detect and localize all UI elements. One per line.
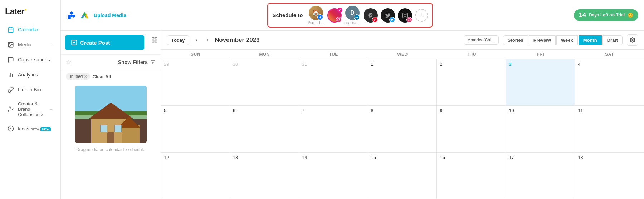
sidebar-item-creator-brand[interactable]: Creator & Brand Collabs BETA → [2,98,58,121]
trial-emoji: 😊 [628,13,633,18]
google-drive-icon[interactable] [79,10,89,20]
svg-point-15 [339,19,340,19]
creator-icon [7,106,14,113]
settings-button[interactable] [627,34,638,46]
dropbox-icon[interactable] [67,10,77,20]
calendar-cell[interactable]: 12 [161,153,230,199]
calendar-cell[interactable]: 29 [161,59,230,105]
calendar-cell[interactable]: 4 [575,59,644,105]
drag-hint: Drag media on calendar to schedule [75,146,147,154]
calendar-cell[interactable]: 6 [230,106,299,152]
svg-rect-26 [152,37,154,39]
calendar-cell[interactable]: 10 [506,106,575,152]
svg-rect-27 [155,37,157,39]
media-item: ✓ [75,86,147,143]
instagram-badge-2 [406,17,412,23]
next-month-button[interactable]: › [204,35,210,45]
calendar-cell[interactable]: 15 [368,153,437,199]
svg-point-14 [338,19,339,20]
account-deanna[interactable]: D deanna-... [345,6,361,25]
account-twitter[interactable] [381,8,395,23]
account-purrfect[interactable]: 🏠 Purrfect ... [308,6,324,25]
calendar-cell-today[interactable]: 3 [506,59,575,105]
content-area: Create Post ☆ Show Filters unused ✕ Cle [61,31,644,199]
calendar-cell[interactable]: 17 [506,153,575,199]
calendar-cell[interactable]: 31 [299,59,368,105]
sidebar-item-media[interactable]: Media → [2,38,58,52]
calendar-cell[interactable]: 30 [230,59,299,105]
clear-all-button[interactable]: Clear All [92,74,111,79]
month-title: November 2023 [215,36,260,44]
svg-rect-29 [155,40,157,42]
tag-badge: unused ✕ [66,73,90,80]
sidebar-item-label: Analytics [18,72,38,78]
day-mon: MON [230,50,299,59]
day-wed: WED [368,50,437,59]
tab-week[interactable]: Week [556,35,578,45]
tag-remove-button[interactable]: ✕ [84,74,87,79]
logo-text: Later [5,6,24,16]
show-filters-button[interactable]: Show Filters [118,59,156,65]
tab-draft[interactable]: Draft [602,35,623,45]
calendar-cell[interactable]: 14 [299,153,368,199]
account-instagram-selected[interactable] [327,8,342,23]
logo: Later ● [0,4,60,22]
link-icon [7,86,14,93]
account-dark-instagram[interactable] [398,8,412,23]
account-pinterest[interactable] [364,8,378,23]
tab-month[interactable]: Month [579,35,602,45]
timezone-button[interactable]: America/Chi... [464,35,498,45]
calendar-cell[interactable]: 16 [437,153,506,199]
view-tabs: Stories Preview Week Month Draft [503,35,623,45]
sidebar-item-analytics[interactable]: Analytics [2,68,58,82]
sidebar-item-calendar[interactable]: Calendar [2,23,58,37]
grid-view-button[interactable] [148,34,161,48]
sidebar-item-conversations[interactable]: Conversations [2,53,58,67]
calendar-cell[interactable]: 11 [575,106,644,152]
calendar-cell[interactable]: 13 [230,153,299,199]
instagram-badge [336,17,342,23]
calendar-grid: SUN MON TUE WED THU FRI SAT 29 30 31 1 [161,50,644,199]
calendar-cell[interactable]: 5 [161,106,230,152]
trial-badge[interactable]: 14 Days Left on Trial 😊 [574,9,638,21]
star-button[interactable]: ☆ [66,58,72,66]
calendar-cell[interactable]: 7 [299,106,368,152]
arrow-icon: → [49,107,53,112]
twitter-badge [389,17,395,23]
new-badge: NEW [40,127,51,131]
day-sun: SUN [161,50,230,59]
calendar-weeks: 29 30 31 1 2 3 4 5 6 7 8 9 [161,59,644,199]
sidebar-item-label: Ideas BETA NEW [18,126,51,131]
svg-point-17 [356,16,356,16]
selected-check [337,8,342,13]
schedule-to-section: Schedule to 🏠 Purrfect ... [267,3,433,28]
sidebar: Later ● Calendar Media → Conversations A… [0,0,61,199]
svg-point-19 [404,14,406,16]
svg-point-5 [9,43,10,44]
add-account-button[interactable]: + [415,9,428,22]
account-label-deanna: deanna-... [345,21,361,25]
calendar-cell[interactable]: 1 [368,59,437,105]
calendar-icon [7,26,14,33]
calendar-cell[interactable]: 8 [368,106,437,152]
ideas-icon [7,125,14,132]
calendar-cell[interactable]: 2 [437,59,506,105]
upload-section: Upload Media [67,10,126,20]
create-post-button[interactable]: Create Post [65,35,144,50]
sidebar-item-ideas[interactable]: Ideas BETA NEW [2,121,58,136]
create-post-label: Create Post [80,40,110,46]
upload-media-button[interactable]: Upload Media [94,13,126,18]
tab-stories[interactable]: Stories [503,35,528,45]
sidebar-item-link-in-bio[interactable]: Link in Bio [2,83,58,97]
prev-month-button[interactable]: ‹ [194,35,200,45]
facebook-badge [317,14,323,20]
media-panel: ✓ [61,83,161,199]
svg-rect-28 [152,40,154,42]
schedule-to-label: Schedule to [272,12,303,18]
calendar-cell[interactable]: 18 [575,153,644,199]
today-button[interactable]: Today [167,35,189,45]
sidebar-item-label: Link in Bio [18,87,41,93]
logo-dot: ● [25,8,27,11]
tab-preview[interactable]: Preview [529,35,556,45]
calendar-cell[interactable]: 9 [437,106,506,152]
